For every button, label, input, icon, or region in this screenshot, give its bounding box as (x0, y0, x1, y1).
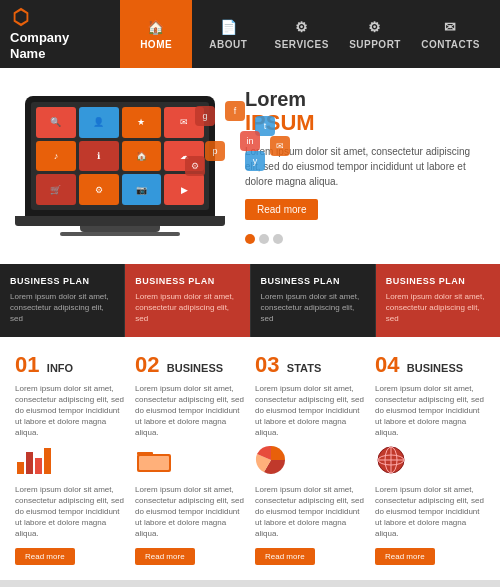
nav-item-home[interactable]: 🏠 HOME (120, 0, 192, 68)
services-icon: ⚙ (295, 19, 309, 35)
home-icon: 🏠 (147, 19, 165, 35)
info-header-1: 01 INFO (15, 352, 125, 378)
business-plan-section: BUSINESS PLAN Lorem ipsum dolor sit amet… (0, 264, 500, 337)
carousel-dot-1[interactable] (245, 234, 255, 244)
info-body-4: Lorem ipsum dolor sit amet, consectetur … (375, 383, 485, 439)
info-read-more-button-1[interactable]: Read more (15, 548, 75, 565)
nav-item-support[interactable]: ⚙ SUPPORT (339, 0, 411, 68)
info-section: 01 INFO Lorem ipsum dolor sit amet, cons… (0, 337, 500, 581)
app-tile: ♪ (36, 141, 76, 172)
bp-body-1: Lorem ipsum dolor sit amet, consectetur … (10, 291, 114, 325)
pie-chart-icon (255, 444, 295, 479)
info-item-4: 04 BUSINESS Lorem ipsum dolor sit amet, … (375, 352, 485, 566)
app-tile: 📷 (122, 174, 162, 205)
globe-icon (375, 444, 415, 479)
laptop-foot (60, 232, 180, 236)
laptop-graphic: 🔍 👤 ★ ✉ ♪ ℹ 🏠 ☁ 🛒 ⚙ 📷 ▶ f t g in p (15, 96, 225, 236)
info-label-1: INFO (47, 362, 73, 374)
app-tile: 🏠 (122, 141, 162, 172)
info-label-4: BUSINESS (407, 362, 463, 374)
app-tile: 👤 (79, 107, 119, 138)
hero-text: Lorem IPSUM Lorem ipsum dolor sit amet, … (225, 88, 485, 244)
info-body2-3: Lorem ipsum dolor sit amet, consectetur … (255, 484, 365, 540)
svg-rect-4 (35, 458, 42, 474)
info-item-2: 02 BUSINESS Lorem ipsum dolor sit amet, … (135, 352, 245, 566)
nav-item-about[interactable]: 📄 ABOUT (192, 0, 264, 68)
info-body2-2: Lorem ipsum dolor sit amet, consectetur … (135, 484, 245, 540)
app-tile: ★ (122, 107, 162, 138)
svg-rect-2 (17, 462, 24, 474)
info-number-3: 03 (255, 352, 279, 377)
info-read-more-button-3[interactable]: Read more (255, 548, 315, 565)
info-body2-1: Lorem ipsum dolor sit amet, consectetur … (15, 484, 125, 540)
info-grid: 01 INFO Lorem ipsum dolor sit amet, cons… (15, 352, 485, 566)
nav-item-contacts[interactable]: ✉ CONTACTS (411, 0, 490, 68)
logo: Company Name (10, 6, 120, 61)
hero-body-text: Lorem ipsum dolor sit amet, consectetur … (245, 144, 485, 189)
hero-subtitle: IPSUM (245, 110, 485, 136)
support-icon: ⚙ (368, 19, 382, 35)
svg-rect-8 (139, 456, 169, 470)
bp-title-4: BUSINESS PLAN (386, 276, 490, 286)
about-icon: 📄 (220, 19, 238, 35)
hero-read-more-button[interactable]: Read more (245, 199, 318, 220)
app-tile: ℹ (79, 141, 119, 172)
app-tile: ✉ (164, 107, 204, 138)
contacts-icon: ✉ (444, 19, 457, 35)
bp-body-2: Lorem ipsum dolor sit amet, consectetur … (135, 291, 239, 325)
info-body-3: Lorem ipsum dolor sit amet, consectetur … (255, 383, 365, 439)
bp-title-2: BUSINESS PLAN (135, 276, 239, 286)
hero-section: 🔍 👤 ★ ✉ ♪ ℹ 🏠 ☁ 🛒 ⚙ 📷 ▶ f t g in p (0, 68, 500, 264)
info-number-1: 01 (15, 352, 39, 377)
info-header-3: 03 STATS (255, 352, 365, 378)
info-body-1: Lorem ipsum dolor sit amet, consectetur … (15, 383, 125, 439)
bp-title-3: BUSINESS PLAN (261, 276, 365, 286)
app-tile: 🛒 (36, 174, 76, 205)
bp-item-2: BUSINESS PLAN Lorem ipsum dolor sit amet… (125, 264, 250, 337)
bar-chart-icon (15, 444, 55, 479)
info-read-more-button-2[interactable]: Read more (135, 548, 195, 565)
bp-body-3: Lorem ipsum dolor sit amet, consectetur … (261, 291, 365, 325)
folder-icon (135, 444, 175, 479)
svg-rect-3 (26, 452, 33, 474)
info-label-3: STATS (287, 362, 321, 374)
bp-title-1: BUSINESS PLAN (10, 276, 114, 286)
info-number-2: 02 (135, 352, 159, 377)
info-item-3: 03 STATS Lorem ipsum dolor sit amet, con… (255, 352, 365, 566)
carousel-dot-3[interactable] (273, 234, 283, 244)
bp-body-4: Lorem ipsum dolor sit amet, consectetur … (386, 291, 490, 325)
logo-text: Company Name (10, 30, 120, 61)
carousel-dot-2[interactable] (259, 234, 269, 244)
app-tile: 🔍 (36, 107, 76, 138)
bp-item-4: BUSINESS PLAN Lorem ipsum dolor sit amet… (376, 264, 500, 337)
app-tile: ☁ (164, 141, 204, 172)
info-item-1: 01 INFO Lorem ipsum dolor sit amet, cons… (15, 352, 125, 566)
hero-carousel-dots (245, 234, 485, 244)
bp-item-1: BUSINESS PLAN Lorem ipsum dolor sit amet… (0, 264, 125, 337)
info-body-2: Lorem ipsum dolor sit amet, consectetur … (135, 383, 245, 439)
info-number-4: 04 (375, 352, 399, 377)
info-read-more-button-4[interactable]: Read more (375, 548, 435, 565)
svg-rect-5 (44, 448, 51, 474)
bp-item-3: BUSINESS PLAN Lorem ipsum dolor sit amet… (251, 264, 376, 337)
header: Company Name 🏠 HOME 📄 ABOUT ⚙ SERVICES ⚙… (0, 0, 500, 68)
main-nav: 🏠 HOME 📄 ABOUT ⚙ SERVICES ⚙ SUPPORT ✉ CO… (120, 0, 490, 68)
laptop-base (15, 216, 225, 226)
nav-item-services[interactable]: ⚙ SERVICES (265, 0, 339, 68)
footer-nav: HOME ABOUT SERVICES PRODUCTS SUPPORT CON… (0, 580, 500, 587)
logo-icon (10, 6, 32, 28)
hero-title: Lorem (245, 88, 485, 110)
info-label-2: BUSINESS (167, 362, 223, 374)
app-tile: ⚙ (79, 174, 119, 205)
info-header-4: 04 BUSINESS (375, 352, 485, 378)
info-header-2: 02 BUSINESS (135, 352, 245, 378)
app-tile: ▶ (164, 174, 204, 205)
info-body2-4: Lorem ipsum dolor sit amet, consectetur … (375, 484, 485, 540)
